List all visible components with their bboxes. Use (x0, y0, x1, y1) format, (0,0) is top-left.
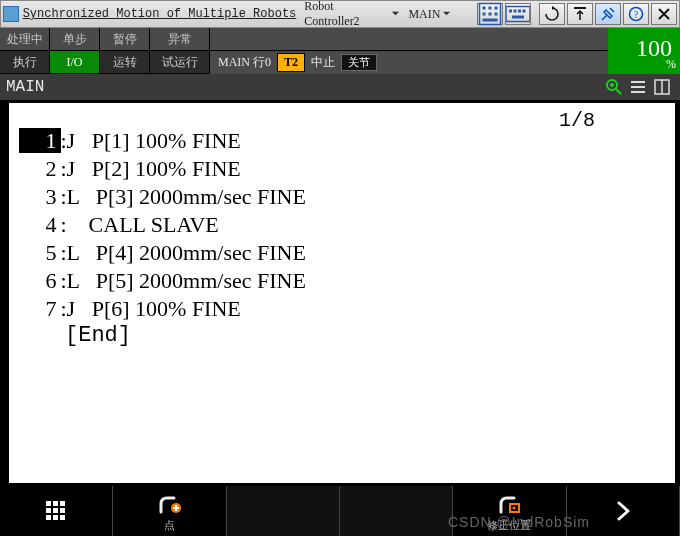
end-marker: [End] (19, 323, 665, 348)
status-stop: 中止 (311, 54, 335, 71)
softkey-3[interactable] (227, 486, 340, 536)
status-run: 执行 (0, 51, 50, 74)
watermark: CSDN @IndRobSim (448, 514, 590, 530)
status-band: 处理中 单步 暂停 异常 执行 I/O 运转 试运行 MAIN 行0 T2 中止… (0, 28, 680, 74)
keypad-icon[interactable] (477, 3, 503, 25)
help-icon[interactable]: ? (623, 3, 649, 25)
svg-rect-13 (512, 16, 524, 19)
svg-rect-10 (514, 10, 517, 13)
svg-rect-28 (60, 501, 65, 506)
robot-add-icon (156, 490, 182, 516)
code-line[interactable]: 2:J P[2] 100% FINE (19, 155, 665, 183)
softkey-grid[interactable] (0, 486, 113, 536)
svg-rect-26 (46, 501, 51, 506)
code-line[interactable]: 3:L P[3] 2000mm/sec FINE (19, 183, 665, 211)
svg-rect-32 (46, 515, 51, 520)
soft-key-bar: 点 修正位置 CSDN @IndRobSim (0, 486, 680, 536)
chevron-down-icon (442, 7, 451, 22)
code-line[interactable]: 7:J P[6] 100% FINE (19, 295, 665, 323)
svg-rect-4 (483, 13, 486, 16)
code-line[interactable]: 4: CALL SLAVE (19, 211, 665, 239)
override-unit: % (666, 57, 676, 72)
code-line[interactable]: 5:L P[4] 2000mm/sec FINE (19, 239, 665, 267)
chevron-right-icon (610, 498, 636, 524)
svg-rect-33 (53, 515, 58, 520)
svg-rect-34 (60, 515, 65, 520)
svg-rect-9 (509, 10, 512, 13)
svg-rect-11 (518, 10, 521, 13)
chevron-down-icon (391, 7, 400, 22)
svg-text:?: ? (634, 9, 639, 20)
status-processing: 处理中 (0, 28, 50, 51)
svg-rect-5 (489, 13, 492, 16)
zoom-icon[interactable] (602, 77, 626, 97)
svg-rect-30 (53, 508, 58, 513)
app-icon (3, 6, 19, 22)
svg-rect-27 (53, 501, 58, 506)
window-buttons: ? (539, 3, 677, 25)
refresh-icon[interactable] (539, 3, 565, 25)
robot-touchup-icon (496, 490, 522, 516)
status-mid: MAIN 行0 T2 中止 关节 (210, 28, 608, 74)
top-align-icon[interactable] (567, 3, 593, 25)
menu-icon[interactable] (626, 77, 650, 97)
controller-dropdown[interactable]: Robot Controller2 (304, 0, 400, 29)
pin-icon[interactable] (595, 3, 621, 25)
svg-line-18 (616, 89, 621, 94)
status-grid: 处理中 单步 暂停 异常 执行 I/O 运转 试运行 (0, 28, 210, 74)
status-io: I/O (50, 51, 100, 74)
program-editor[interactable]: 1/8 1:J P[1] 100% FINE 2:J P[2] 100% FIN… (8, 102, 676, 484)
controller-dropdown-label: Robot Controller2 (304, 0, 389, 29)
keyboard-icon[interactable] (505, 3, 531, 25)
svg-rect-31 (60, 508, 65, 513)
override-display[interactable]: 100 % (608, 28, 680, 74)
status-test: 试运行 (150, 51, 210, 74)
keyboard-buttons (477, 3, 531, 25)
line-counter: 1/8 (559, 109, 595, 132)
softkey-point[interactable]: 点 (113, 486, 226, 536)
title-bar: Synchronized_Motion_of_Multiple_Robots R… (0, 0, 680, 28)
svg-rect-2 (489, 7, 492, 10)
svg-rect-12 (523, 10, 526, 13)
svg-rect-7 (483, 19, 498, 22)
status-alarm: 异常 (150, 28, 210, 51)
status-oper: 运转 (100, 51, 150, 74)
status-step: 单步 (50, 28, 100, 51)
grid-icon (43, 498, 69, 524)
softkey-4[interactable] (340, 486, 453, 536)
mode-badge: T2 (277, 53, 305, 72)
code-lines: 1:J P[1] 100% FINE 2:J P[2] 100% FINE 3:… (19, 109, 665, 323)
svg-rect-3 (495, 7, 498, 10)
svg-rect-29 (46, 508, 51, 513)
svg-rect-6 (495, 13, 498, 16)
program-dropdown[interactable]: MAIN (408, 7, 451, 22)
status-info-prefix: MAIN 行0 (218, 54, 271, 71)
status-pause: 暂停 (100, 28, 150, 51)
project-name: Synchronized_Motion_of_Multiple_Robots (23, 7, 297, 21)
svg-rect-8 (506, 7, 530, 22)
svg-point-39 (513, 506, 516, 509)
softkey-point-label: 点 (164, 518, 175, 533)
editor-wrap: 1/8 1:J P[1] 100% FINE 2:J P[2] 100% FIN… (0, 100, 680, 486)
code-line[interactable]: 6:L P[5] 2000mm/sec FINE (19, 267, 665, 295)
svg-rect-1 (483, 7, 486, 10)
sub-header: MAIN (0, 74, 680, 100)
sub-header-title: MAIN (6, 78, 44, 96)
program-dropdown-label: MAIN (408, 7, 440, 22)
close-icon[interactable] (651, 3, 677, 25)
joint-badge: 关节 (341, 54, 377, 71)
layout-icon[interactable] (650, 77, 674, 97)
